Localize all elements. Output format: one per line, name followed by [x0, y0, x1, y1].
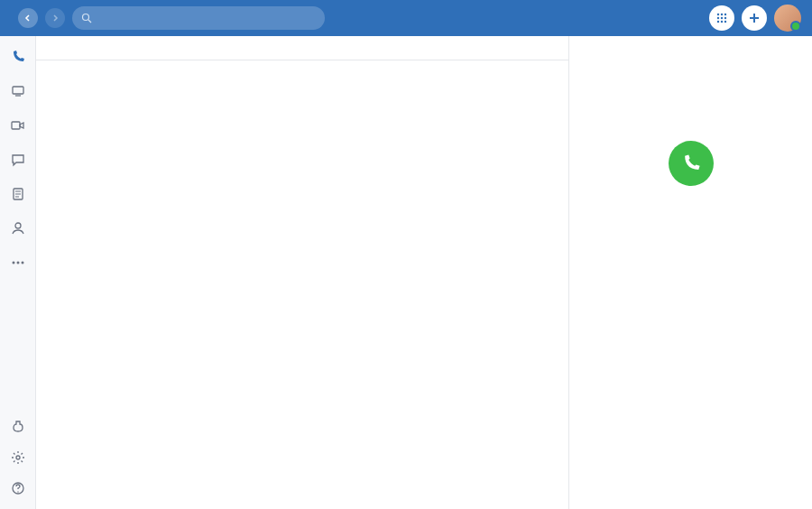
svg-rect-10 — [13, 87, 23, 94]
svg-point-3 — [724, 14, 726, 15]
svg-point-8 — [721, 21, 723, 23]
profile-avatar[interactable] — [774, 5, 801, 32]
search-icon — [81, 13, 92, 23]
calls-panel — [36, 36, 568, 509]
svg-point-9 — [724, 21, 726, 23]
sidebar-help-icon[interactable] — [10, 480, 26, 496]
svg-point-17 — [16, 456, 20, 459]
svg-point-14 — [12, 262, 14, 264]
svg-point-4 — [717, 17, 719, 19]
sidebar-chat-icon[interactable] — [10, 152, 26, 168]
svg-point-6 — [724, 17, 726, 19]
nav-back-button[interactable] — [18, 8, 38, 28]
call-list — [36, 60, 568, 509]
sidebar — [0, 36, 36, 509]
sidebar-phone-icon[interactable] — [10, 49, 26, 65]
sidebar-more-icon[interactable] — [10, 255, 26, 271]
page-title — [36, 36, 568, 60]
svg-point-1 — [717, 14, 719, 15]
svg-point-19 — [17, 491, 18, 492]
svg-point-5 — [721, 17, 723, 19]
svg-point-16 — [21, 262, 23, 264]
call-button[interactable] — [669, 141, 714, 186]
sidebar-devices-icon[interactable] — [10, 83, 26, 99]
svg-point-15 — [16, 262, 19, 264]
sidebar-settings-icon[interactable] — [10, 449, 26, 466]
add-button[interactable] — [742, 5, 767, 31]
nav-forward-button[interactable] — [45, 8, 65, 28]
topbar — [0, 0, 812, 36]
svg-point-2 — [721, 14, 723, 15]
sidebar-contacts-icon[interactable] — [10, 220, 26, 236]
svg-rect-11 — [12, 122, 20, 129]
sidebar-notes-icon[interactable] — [10, 186, 26, 202]
dialer-panel — [568, 36, 812, 509]
svg-point-13 — [15, 223, 21, 228]
sidebar-video-icon[interactable] — [10, 117, 26, 134]
sidebar-apps-icon[interactable] — [10, 419, 26, 435]
search-input[interactable] — [72, 6, 325, 30]
dialpad-button[interactable] — [709, 5, 734, 31]
svg-point-0 — [83, 14, 89, 21]
svg-point-7 — [717, 21, 719, 23]
